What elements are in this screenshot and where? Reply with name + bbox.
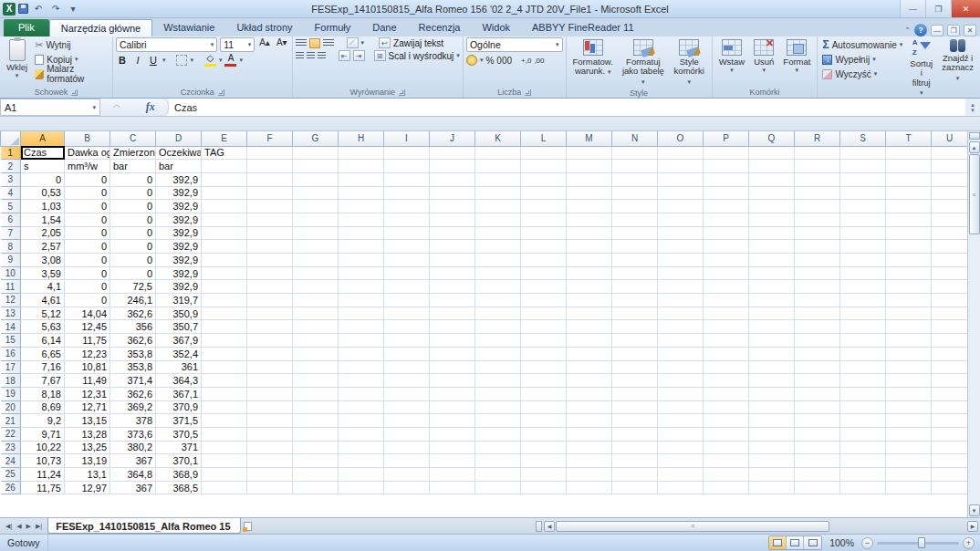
cell-C2[interactable]: bar bbox=[110, 160, 156, 173]
next-sheet-button[interactable]: ▶ bbox=[25, 523, 33, 530]
cell-L13[interactable] bbox=[521, 307, 567, 320]
cell-M11[interactable] bbox=[567, 280, 612, 294]
cell-M21[interactable] bbox=[567, 414, 612, 428]
cell-O3[interactable] bbox=[658, 172, 704, 186]
cell-I13[interactable] bbox=[384, 307, 430, 320]
horizontal-scrollbar[interactable]: ◀ ≡ ▶ bbox=[536, 518, 980, 534]
find-select-button[interactable]: Znajdź i zaznacz ▾ bbox=[938, 37, 977, 99]
cell-O11[interactable] bbox=[658, 280, 704, 294]
cell-H6[interactable] bbox=[339, 213, 384, 226]
cell-N25[interactable] bbox=[612, 468, 658, 482]
cell-P5[interactable] bbox=[704, 200, 749, 213]
column-header-T[interactable]: T bbox=[886, 131, 932, 146]
cell-P21[interactable] bbox=[704, 414, 749, 428]
cell-B21[interactable]: 13,15 bbox=[65, 414, 110, 428]
cell-N9[interactable] bbox=[612, 254, 658, 267]
cell-I24[interactable] bbox=[384, 454, 430, 468]
cell-D23[interactable]: 371 bbox=[156, 441, 202, 454]
cell-Q6[interactable] bbox=[749, 213, 795, 226]
row-header-18[interactable]: 18 bbox=[1, 374, 21, 388]
cell-K10[interactable] bbox=[475, 266, 521, 280]
cell-T3[interactable] bbox=[886, 172, 932, 186]
cell-A26[interactable]: 11,75 bbox=[21, 481, 65, 494]
cell-S15[interactable] bbox=[840, 334, 886, 348]
decrease-indent-icon[interactable]: ⇤ bbox=[339, 50, 350, 61]
cell-D22[interactable]: 370,5 bbox=[156, 427, 202, 441]
clear-button[interactable]: Wyczyść▾ bbox=[820, 67, 904, 81]
cell-T13[interactable] bbox=[886, 307, 932, 320]
cell-K2[interactable] bbox=[475, 160, 521, 173]
cell-P3[interactable] bbox=[704, 172, 749, 186]
cell-U5[interactable] bbox=[932, 200, 968, 213]
cell-F6[interactable] bbox=[247, 213, 293, 226]
cell-D24[interactable]: 370,1 bbox=[156, 454, 202, 468]
alignment-dialog-launcher[interactable] bbox=[399, 89, 405, 96]
cell-O13[interactable] bbox=[658, 307, 704, 320]
cell-H9[interactable] bbox=[339, 254, 384, 267]
cell-G25[interactable] bbox=[293, 468, 339, 482]
cell-Q26[interactable] bbox=[749, 481, 795, 494]
cell-J4[interactable] bbox=[430, 186, 475, 200]
cell-L8[interactable] bbox=[521, 240, 567, 254]
cell-S11[interactable] bbox=[840, 280, 886, 294]
cell-N18[interactable] bbox=[612, 374, 658, 388]
cell-H11[interactable] bbox=[339, 280, 384, 294]
column-header-C[interactable]: C bbox=[110, 131, 156, 146]
cell-A17[interactable]: 7,16 bbox=[21, 360, 65, 374]
cell-G13[interactable] bbox=[293, 307, 339, 320]
cell-M6[interactable] bbox=[567, 213, 612, 226]
cell-B10[interactable]: 0 bbox=[65, 266, 110, 280]
cell-I22[interactable] bbox=[384, 427, 430, 441]
cell-O14[interactable] bbox=[658, 320, 704, 334]
cell-G15[interactable] bbox=[293, 334, 339, 348]
cell-O1[interactable] bbox=[658, 146, 704, 160]
cell-E15[interactable] bbox=[202, 334, 247, 348]
cell-B17[interactable]: 10,81 bbox=[65, 360, 110, 374]
cancel-entry-icon[interactable]: ◠ bbox=[113, 103, 120, 111]
formula-bar-expand[interactable]: ▲▼ bbox=[965, 99, 980, 116]
cell-Q8[interactable] bbox=[749, 240, 795, 254]
cell-L10[interactable] bbox=[521, 266, 567, 280]
cell-C26[interactable]: 367 bbox=[110, 481, 156, 494]
cell-H19[interactable] bbox=[339, 387, 384, 400]
cell-G11[interactable] bbox=[293, 280, 339, 294]
cell-R13[interactable] bbox=[795, 307, 840, 320]
cell-E17[interactable] bbox=[202, 360, 247, 374]
cell-D11[interactable]: 392,9 bbox=[156, 280, 202, 294]
row-header-8[interactable]: 8 bbox=[1, 240, 21, 254]
tab-view[interactable]: Widok bbox=[471, 19, 521, 36]
cell-J15[interactable] bbox=[430, 334, 475, 348]
cell-D15[interactable]: 367,9 bbox=[156, 334, 202, 348]
cell-M9[interactable] bbox=[567, 254, 612, 267]
cell-H16[interactable] bbox=[339, 347, 384, 360]
cell-N15[interactable] bbox=[612, 334, 658, 348]
increase-decimal-button[interactable]: +,0 bbox=[521, 57, 531, 65]
cell-I20[interactable] bbox=[384, 400, 430, 414]
cell-M22[interactable] bbox=[567, 427, 612, 441]
cell-C22[interactable]: 373,6 bbox=[110, 427, 156, 441]
cell-B7[interactable]: 0 bbox=[65, 226, 110, 240]
row-header-21[interactable]: 21 bbox=[1, 414, 21, 428]
cell-L22[interactable] bbox=[521, 427, 567, 441]
zoom-slider-thumb[interactable] bbox=[918, 537, 925, 548]
cell-T10[interactable] bbox=[886, 266, 932, 280]
cell-M23[interactable] bbox=[567, 441, 612, 454]
cell-G19[interactable] bbox=[293, 387, 339, 400]
cell-Q20[interactable] bbox=[749, 400, 795, 414]
cell-O7[interactable] bbox=[658, 226, 704, 240]
cell-C18[interactable]: 371,4 bbox=[110, 374, 156, 388]
cell-S2[interactable] bbox=[840, 160, 886, 173]
zoom-slider[interactable] bbox=[877, 542, 959, 545]
cell-J19[interactable] bbox=[430, 387, 475, 400]
redo-button[interactable]: ↷ bbox=[48, 4, 63, 14]
cell-I1[interactable] bbox=[384, 146, 430, 160]
column-header-F[interactable]: F bbox=[247, 131, 293, 146]
horizontal-split-handle[interactable] bbox=[536, 521, 542, 532]
scroll-left-button[interactable]: ◀ bbox=[544, 521, 555, 532]
cell-P18[interactable] bbox=[704, 374, 749, 388]
cell-M10[interactable] bbox=[567, 266, 612, 280]
row-header-9[interactable]: 9 bbox=[1, 254, 21, 267]
cell-D26[interactable]: 368,5 bbox=[156, 481, 202, 494]
cell-K1[interactable] bbox=[475, 146, 521, 160]
autosum-button[interactable]: Σ Autosumowanie▾ bbox=[820, 37, 904, 52]
